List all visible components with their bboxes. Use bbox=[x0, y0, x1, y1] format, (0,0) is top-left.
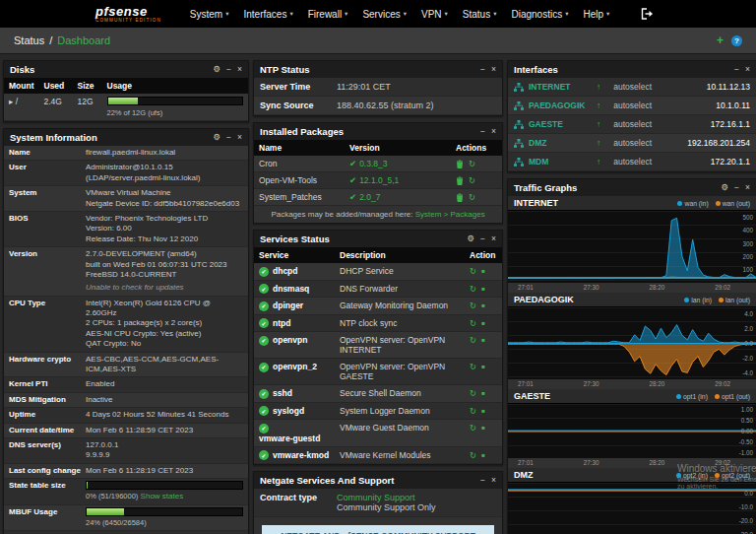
system-packages-link[interactable]: System > Packages bbox=[415, 210, 485, 219]
wrench-icon[interactable]: ⚙ bbox=[467, 234, 474, 243]
collapse-icon[interactable]: − bbox=[480, 476, 485, 485]
traffic-chart bbox=[508, 483, 756, 534]
menu-system[interactable]: System▾ bbox=[190, 9, 229, 20]
reinstall-icon[interactable]: ↻ bbox=[469, 159, 475, 168]
interface-ip: 10.1.0.11 bbox=[716, 100, 750, 110]
help-icon[interactable]: ? bbox=[731, 35, 742, 46]
trash-icon[interactable] bbox=[456, 160, 464, 168]
legend-out-label: wan (out) bbox=[723, 200, 750, 207]
chevron-down-icon: ▾ bbox=[225, 10, 228, 18]
service-row: ✔sshdSecure Shell Daemon↻■ bbox=[254, 385, 502, 403]
close-icon[interactable]: × bbox=[491, 127, 496, 136]
close-icon[interactable]: × bbox=[745, 65, 750, 74]
disk-size: 12G bbox=[73, 94, 102, 121]
close-icon[interactable]: × bbox=[491, 476, 496, 485]
interface-media: autoselect bbox=[613, 138, 682, 148]
legend-out-dot bbox=[719, 298, 724, 302]
interface-name[interactable]: DMZ bbox=[529, 138, 592, 148]
breadcrumb-separator: / bbox=[49, 34, 52, 46]
stop-service-icon[interactable]: ■ bbox=[481, 268, 485, 274]
graph-x-axis: 27:0127:3028:2029:02 bbox=[508, 379, 756, 389]
pfsense-logo[interactable]: pfsense COMMUNITY EDITION bbox=[95, 5, 161, 24]
interface-name[interactable]: MDM bbox=[529, 157, 592, 167]
menu-help[interactable]: Help▾ bbox=[583, 9, 609, 20]
service-name: ntpd bbox=[273, 318, 290, 328]
close-icon[interactable]: × bbox=[237, 65, 242, 74]
si-row-mds: MDS MitigationInactive bbox=[4, 393, 248, 408]
breadcrumb: Status / Dashboard + ? bbox=[0, 28, 756, 54]
collapse-icon[interactable]: − bbox=[480, 127, 485, 136]
stop-service-icon[interactable]: ■ bbox=[481, 425, 485, 431]
close-icon[interactable]: × bbox=[491, 234, 496, 243]
interface-name[interactable]: GAESTE bbox=[529, 119, 592, 129]
restart-service-icon[interactable]: ↻ bbox=[470, 318, 476, 328]
wrench-icon[interactable]: ⚙ bbox=[213, 133, 220, 142]
restart-service-icon[interactable]: ↻ bbox=[470, 423, 476, 433]
interface-media: autoselect bbox=[613, 119, 706, 129]
menu-diagnostics[interactable]: Diagnostics▾ bbox=[511, 9, 568, 20]
stop-service-icon[interactable]: ■ bbox=[481, 302, 485, 308]
reinstall-icon[interactable]: ↻ bbox=[469, 175, 475, 185]
panel-title: Interfaces bbox=[514, 64, 558, 75]
service-running-icon: ✔ bbox=[259, 318, 269, 328]
stop-service-icon[interactable]: ■ bbox=[481, 364, 485, 369]
restart-service-icon[interactable]: ↻ bbox=[470, 300, 476, 310]
community-support-link[interactable]: Community Support bbox=[337, 493, 415, 502]
restart-service-icon[interactable]: ↻ bbox=[470, 406, 476, 416]
collapse-icon[interactable]: − bbox=[734, 183, 739, 192]
menu-interfaces[interactable]: Interfaces▾ bbox=[243, 9, 292, 20]
restart-service-icon[interactable]: ↻ bbox=[470, 388, 476, 398]
close-icon[interactable]: × bbox=[237, 133, 242, 142]
stop-service-icon[interactable]: ■ bbox=[481, 320, 485, 326]
service-row: ✔dpingerGateway Monitoring Daemon↻■ bbox=[254, 298, 502, 315]
trash-icon[interactable] bbox=[456, 176, 464, 185]
collapse-icon[interactable]: − bbox=[480, 65, 485, 74]
service-name: sshd bbox=[273, 388, 292, 398]
reinstall-icon[interactable]: ↻ bbox=[469, 192, 475, 202]
stop-service-icon[interactable]: ■ bbox=[481, 390, 485, 396]
disk-used: 2.4G bbox=[39, 94, 73, 121]
graph-plot[interactable]: 4.02.00.0-2.0-4.0 bbox=[508, 306, 756, 379]
expand-icon[interactable]: ▸ bbox=[9, 97, 13, 106]
collapse-icon[interactable]: − bbox=[226, 65, 231, 74]
service-name: syslogd bbox=[273, 406, 304, 416]
add-widget-icon[interactable]: + bbox=[717, 33, 724, 47]
graph-plot[interactable]: 0.0-10.0-20.0-30.0 bbox=[508, 482, 756, 534]
logout-button[interactable] bbox=[641, 8, 655, 20]
services-table: Service Description Action ✔dhcpdDHCP Se… bbox=[254, 247, 502, 464]
restart-service-icon[interactable]: ↻ bbox=[470, 335, 476, 345]
interface-name[interactable]: PAEDAGOGIK bbox=[529, 100, 592, 110]
wrench-icon[interactable]: ⚙ bbox=[213, 65, 220, 74]
stop-service-icon[interactable]: ■ bbox=[481, 286, 485, 292]
graph-plot[interactable]: 1.000.500.00-0.50-1.00 bbox=[508, 403, 756, 458]
menu-status[interactable]: Status▾ bbox=[463, 9, 497, 20]
interface-name[interactable]: INTERNET bbox=[529, 82, 592, 92]
ntp-status-panel: NTP Status − × Server Time11:29:01 CET S… bbox=[253, 60, 503, 116]
stop-service-icon[interactable]: ■ bbox=[481, 337, 485, 343]
service-running-icon: ✔ bbox=[259, 284, 269, 294]
trash-icon[interactable] bbox=[456, 193, 464, 202]
close-icon[interactable]: × bbox=[745, 183, 750, 192]
breadcrumb-section[interactable]: Status bbox=[14, 34, 44, 46]
restart-service-icon[interactable]: ↻ bbox=[470, 362, 476, 371]
collapse-icon[interactable]: − bbox=[734, 65, 739, 74]
show-states-link[interactable]: Show states bbox=[141, 492, 184, 501]
col-header-actions: Actions bbox=[451, 140, 502, 156]
traffic-chart bbox=[508, 307, 756, 379]
stop-service-icon[interactable]: ■ bbox=[481, 452, 485, 458]
close-icon[interactable]: × bbox=[491, 65, 496, 74]
menu-vpn[interactable]: VPN▾ bbox=[421, 9, 448, 20]
graph-plot[interactable]: 500400300200100 bbox=[508, 210, 756, 283]
wrench-icon[interactable]: ⚙ bbox=[721, 183, 728, 192]
stop-service-icon[interactable]: ■ bbox=[481, 408, 485, 414]
restart-service-icon[interactable]: ↻ bbox=[470, 266, 476, 276]
collapse-icon[interactable]: − bbox=[480, 234, 485, 243]
restart-service-icon[interactable]: ↻ bbox=[470, 450, 476, 460]
table-row: Cron ✔0.3.8_3 ↻ bbox=[254, 156, 502, 172]
menu-services[interactable]: Services▾ bbox=[362, 9, 407, 20]
menu-firewall[interactable]: Firewall▾ bbox=[308, 9, 348, 20]
restart-service-icon[interactable]: ↻ bbox=[470, 284, 476, 294]
packages-table: Name Version Actions Cron ✔0.3.8_3 ↻ Ope… bbox=[254, 140, 502, 206]
collapse-icon[interactable]: − bbox=[226, 133, 231, 142]
si-row-bios: BIOSVendor: Phoenix Technologies LTDVers… bbox=[4, 212, 248, 247]
